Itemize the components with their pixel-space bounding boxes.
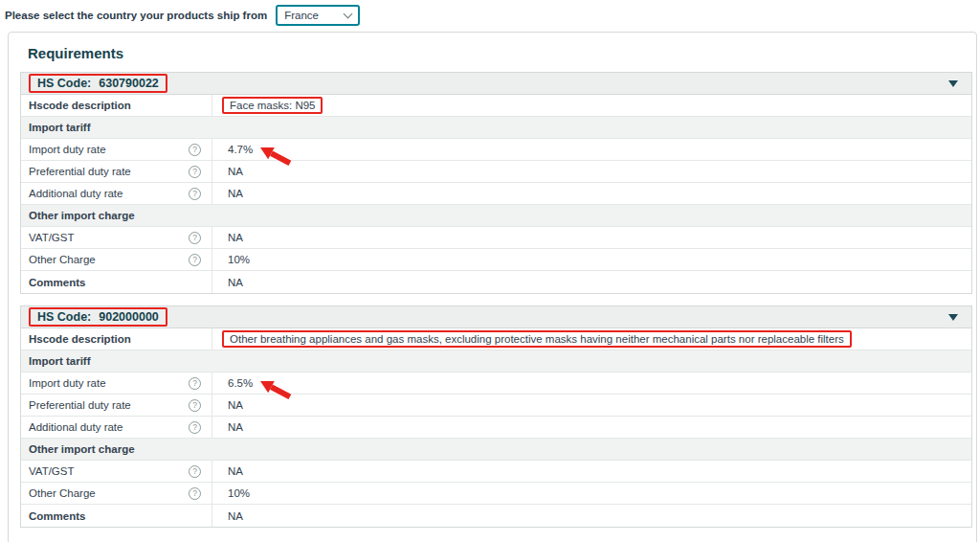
table-row: Hscode description ? Face masks: N95: [21, 95, 971, 117]
row-label: Other Charge: [29, 254, 96, 265]
chevron-down-icon[interactable]: [948, 80, 958, 87]
help-icon[interactable]: ?: [189, 188, 201, 200]
hs-code-value: 902000000: [99, 310, 159, 324]
row-label: Comments: [29, 277, 85, 288]
help-icon[interactable]: ?: [189, 377, 201, 390]
row-label-cell: Additional duty rate ?: [21, 417, 212, 438]
table-row: Comments ? NA: [21, 505, 971, 527]
row-label-cell: Comments ?: [21, 271, 212, 293]
help-icon[interactable]: ?: [189, 144, 201, 156]
row-value: NA: [228, 399, 243, 411]
panel-rows: Hscode description ? Face masks: N95 Imp…: [21, 95, 971, 293]
chevron-down-icon: [344, 10, 353, 19]
help-icon[interactable]: ?: [189, 166, 201, 178]
requirements-card: Requirements HS Code: 630790022 Hscode d…: [8, 32, 977, 542]
section-label: Import tariff: [29, 122, 91, 133]
row-label: VAT/GST: [29, 465, 75, 477]
hs-code-panels: HS Code: 630790022 Hscode description ? …: [9, 72, 976, 528]
ship-from-select[interactable]: France: [276, 5, 360, 26]
row-label-cell: VAT/GST ?: [21, 227, 212, 248]
section-header-row: Import tariff: [21, 350, 971, 373]
help-icon[interactable]: ?: [189, 465, 201, 478]
hs-code-title: HS Code: 902000000: [29, 307, 167, 327]
help-icon[interactable]: ?: [189, 232, 201, 244]
table-row: Other Charge ? 10%: [21, 483, 971, 505]
help-icon[interactable]: ?: [189, 487, 201, 500]
table-row: Additional duty rate ? NA: [21, 417, 971, 439]
row-label: Hscode description: [29, 100, 131, 111]
row-value: NA: [228, 510, 243, 522]
table-row: VAT/GST ? NA: [21, 227, 971, 249]
row-label-cell: Preferential duty rate ?: [21, 161, 212, 182]
row-value-cell: 10%: [212, 483, 971, 504]
row-label: Other Charge: [29, 487, 96, 499]
row-label-cell: Hscode description ?: [21, 328, 212, 350]
row-value-cell: NA: [212, 227, 971, 248]
row-label: VAT/GST: [29, 232, 75, 243]
table-row: Additional duty rate ? NA: [21, 183, 971, 205]
section-label: Other import charge: [29, 210, 135, 221]
hs-code-value: 630790022: [99, 77, 159, 90]
row-label-cell: Additional duty rate ?: [21, 183, 212, 204]
table-row: Preferential duty rate ? NA: [21, 395, 971, 417]
section-header-row: Other import charge: [21, 205, 971, 227]
row-label: Preferential duty rate: [29, 399, 131, 411]
row-value-cell: NA: [212, 271, 971, 293]
row-label-cell: Hscode description ?: [21, 95, 212, 116]
row-label-cell: Import duty rate ?: [21, 373, 212, 394]
help-icon[interactable]: ?: [189, 399, 201, 412]
section-header-row: Other import charge: [21, 439, 971, 461]
arrow-head-icon: [257, 375, 275, 393]
row-value: NA: [228, 465, 243, 477]
row-label: Import duty rate: [29, 377, 106, 389]
table-row: Comments ? NA: [21, 271, 971, 293]
row-value-cell: 10%: [212, 249, 971, 270]
row-value: NA: [228, 277, 243, 288]
row-value: NA: [228, 421, 243, 433]
table-row: Import duty rate ? 6.5%: [21, 373, 971, 395]
panel-rows: Hscode description ? Other breathing app…: [21, 328, 971, 527]
row-value: 10%: [228, 487, 250, 499]
row-value: NA: [228, 232, 243, 243]
help-icon[interactable]: ?: [189, 254, 201, 266]
row-label-cell: Preferential duty rate ?: [21, 395, 212, 416]
row-value-cell: NA: [212, 417, 971, 438]
row-value-cell: Other breathing appliances and gas masks…: [212, 328, 971, 350]
hs-code-panel-header[interactable]: HS Code: 902000000: [21, 306, 971, 328]
hs-code-title: HS Code: 630790022: [29, 74, 167, 93]
hs-code-panel: HS Code: 630790022 Hscode description ? …: [20, 72, 972, 294]
row-label: Preferential duty rate: [29, 166, 131, 177]
table-row: Import duty rate ? 4.7%: [21, 139, 971, 161]
row-value-cell: NA: [212, 161, 971, 182]
help-icon[interactable]: ?: [189, 421, 201, 434]
table-row: Preferential duty rate ? NA: [21, 161, 971, 183]
chevron-down-icon[interactable]: [948, 314, 958, 321]
ship-from-selected-value: France: [284, 10, 319, 21]
row-label: Import duty rate: [29, 144, 106, 155]
row-label-cell: Other Charge ?: [21, 249, 212, 270]
row-value-cell: NA: [212, 505, 971, 527]
row-value: NA: [228, 188, 243, 199]
row-value: NA: [228, 166, 243, 177]
row-label: Additional duty rate: [29, 421, 122, 433]
section-header-row: Import tariff: [21, 117, 971, 139]
ship-from-label: Please select the country your products …: [5, 10, 267, 21]
row-value: Face masks: N95: [222, 97, 323, 114]
row-value: Other breathing appliances and gas masks…: [222, 330, 852, 348]
row-label: Comments: [29, 510, 85, 522]
hs-code-label: HS Code:: [37, 310, 91, 324]
arrow-head-icon: [257, 142, 275, 159]
hs-code-panel-header[interactable]: HS Code: 630790022: [21, 73, 971, 95]
row-value: 10%: [228, 254, 250, 265]
row-label-cell: Other Charge ?: [21, 483, 212, 504]
table-row: VAT/GST ? NA: [21, 461, 971, 483]
row-value-cell: NA: [212, 183, 971, 204]
table-row: Other Charge ? 10%: [21, 249, 971, 271]
row-value-cell: 6.5%: [212, 373, 971, 394]
table-row: Hscode description ? Other breathing app…: [21, 328, 971, 350]
row-label-cell: Comments ?: [21, 505, 212, 527]
row-value-cell: NA: [212, 461, 971, 482]
page-title: Requirements: [28, 45, 976, 61]
row-label-cell: Import duty rate ?: [21, 139, 212, 160]
row-label: Hscode description: [29, 333, 131, 345]
